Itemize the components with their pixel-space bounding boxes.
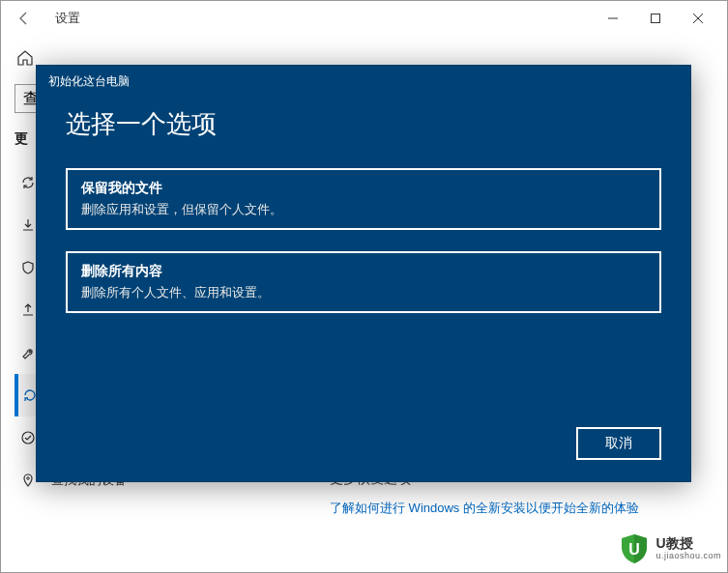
arrow-left-icon bbox=[16, 11, 32, 26]
option-title: 删除所有内容 bbox=[81, 263, 646, 280]
window-controls bbox=[592, 4, 719, 33]
wrench-icon bbox=[18, 343, 38, 362]
watermark-brand: U教授 bbox=[655, 536, 721, 551]
watermark: U U教授 u.jiaoshou.com bbox=[617, 531, 721, 566]
home-icon bbox=[15, 47, 36, 69]
settings-window: 设置 查 更 bbox=[0, 0, 728, 573]
option-remove-everything[interactable]: 删除所有内容 删除所有个人文件、应用和设置。 bbox=[66, 251, 661, 313]
minimize-icon bbox=[608, 14, 618, 23]
minimize-button[interactable] bbox=[592, 4, 634, 33]
sync-icon bbox=[18, 173, 38, 192]
dialog-heading: 选择一个选项 bbox=[66, 107, 661, 141]
shield-icon bbox=[18, 258, 38, 277]
dialog-footer: 取消 bbox=[37, 412, 690, 481]
app-title: 设置 bbox=[55, 10, 80, 27]
svg-text:U: U bbox=[629, 541, 641, 558]
svg-rect-0 bbox=[652, 14, 660, 23]
backup-icon bbox=[18, 301, 38, 320]
option-title: 保留我的文件 bbox=[81, 180, 646, 197]
clean-install-link[interactable]: 了解如何进行 Windows 的全新安装以便开始全新的体验 bbox=[330, 500, 708, 517]
close-icon bbox=[693, 14, 703, 23]
check-circle-icon bbox=[18, 428, 38, 447]
option-keep-files[interactable]: 保留我的文件 删除应用和设置，但保留个人文件。 bbox=[66, 168, 661, 230]
maximize-icon bbox=[651, 14, 660, 23]
close-button[interactable] bbox=[677, 4, 719, 33]
dialog-body: 选择一个选项 保留我的文件 删除应用和设置，但保留个人文件。 删除所有内容 删除… bbox=[37, 98, 690, 412]
reset-pc-dialog: 初始化这台电脑 选择一个选项 保留我的文件 删除应用和设置，但保留个人文件。 删… bbox=[36, 65, 691, 482]
watermark-text: U教授 u.jiaoshou.com bbox=[655, 536, 721, 560]
delivery-icon bbox=[18, 215, 38, 235]
dialog-title: 初始化这台电脑 bbox=[37, 66, 690, 98]
watermark-url: u.jiaoshou.com bbox=[655, 552, 721, 561]
back-button[interactable] bbox=[9, 3, 40, 34]
svg-point-2 bbox=[27, 477, 30, 480]
maximize-button[interactable] bbox=[634, 4, 677, 33]
svg-point-1 bbox=[22, 432, 34, 444]
watermark-shield-icon: U bbox=[617, 531, 652, 566]
option-description: 删除应用和设置，但保留个人文件。 bbox=[81, 201, 646, 218]
cancel-button[interactable]: 取消 bbox=[576, 427, 661, 460]
location-icon bbox=[18, 471, 38, 490]
titlebar: 设置 bbox=[1, 1, 727, 36]
option-description: 删除所有个人文件、应用和设置。 bbox=[81, 284, 646, 301]
